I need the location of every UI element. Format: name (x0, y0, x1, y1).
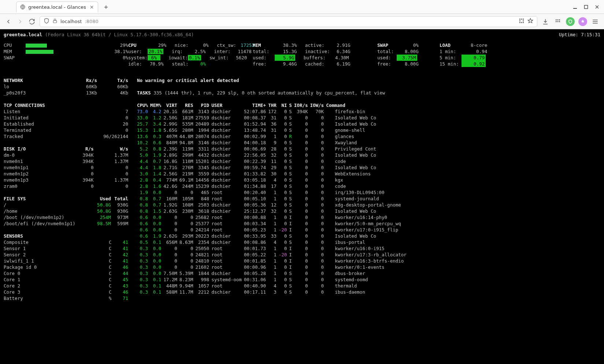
url-bar[interactable]: localhost:8080 (40, 16, 537, 27)
mem-pct2: 38.3% (275, 42, 297, 48)
table-row: zram000 (4, 183, 128, 189)
url-host: localhost (60, 19, 82, 24)
task-row[interactable]: 4.41.82.71G276M3345dschier09:59.74290S00… (137, 164, 409, 171)
qr-icon[interactable] (519, 18, 525, 25)
table-row: Terminated0 (4, 127, 128, 133)
task-row[interactable]: 0.61.92.62G293M20223dschier00:33.95330S0… (137, 233, 409, 239)
task-row[interactable]: 0.80.71.92G108M2503dschier00:05.36120S00… (137, 202, 409, 208)
task-row[interactable]: 3.01.42.56G219M3559dschier01:33.82300S00… (137, 171, 409, 177)
task-row[interactable]: 0.50.1656M8.63M2354dschier00:08.8640S00i… (137, 239, 409, 245)
mem-cached: 6.19G (330, 61, 351, 67)
task-row[interactable]: 0.30.00025050root00:01.7310I00kworker/u1… (137, 245, 409, 252)
window-minimize-button[interactable] (570, 2, 580, 12)
reload-button[interactable] (28, 18, 36, 26)
browser-tab[interactable]: greentea.local - Glances × (16, 1, 98, 12)
task-header-iors: IOR/s (294, 102, 310, 108)
task-row[interactable]: 1.90.000465root00:20.4010S00irq/130-DLL0… (137, 189, 409, 196)
table-row: Core 2C43 (4, 283, 128, 289)
task-row[interactable]: 4.40.716.8G110M15201dschier00:22.39110S0… (137, 158, 409, 164)
task-row[interactable]: 5.01.92.89G299M4432dschier22:56.05320S00… (137, 152, 409, 158)
task-row[interactable]: 10.20.6840M94.8M3146dschier04:00.1890S00… (137, 140, 409, 146)
table-row: Core 3C46 (4, 289, 128, 295)
lock-icon[interactable] (52, 18, 58, 25)
menu-button[interactable] (591, 17, 600, 26)
forward-button[interactable] (16, 18, 24, 26)
task-row[interactable]: 73.04.220.1G661M3143dschier52:07.861720S… (137, 108, 409, 115)
svg-rect-17 (559, 21, 560, 22)
table-row: Core 1C45 (4, 276, 128, 283)
task-header-time: TIME+ (244, 102, 268, 108)
table-row: /50.8G930G (4, 202, 128, 208)
downloads-button[interactable] (541, 17, 550, 26)
svg-rect-5 (521, 19, 522, 20)
cpu-irq: 2.5% (191, 48, 206, 55)
mem-total: 15.3G (275, 48, 297, 55)
addon-purple-icon[interactable] (578, 17, 587, 26)
task-row[interactable]: 2.81.642.6G244M15239dschier01:34.88170S0… (137, 183, 409, 189)
cpu-idle: 70.9% (148, 61, 164, 67)
table-row: dm-0394K1.37M (4, 152, 128, 158)
task-row[interactable]: 0.30.07.50M5.39M1844dschier00:05.2810S00… (137, 270, 409, 276)
table-row: Listen7 (4, 108, 128, 115)
cpu-ctxsw: 17253 (236, 42, 255, 48)
addon-green-icon[interactable] (566, 17, 575, 26)
task-row[interactable]: 2.80.4774M69.1M14456dschier03:05.1840S00… (137, 177, 409, 183)
task-header-res: RES (179, 102, 196, 108)
sensors-table: SENSORS CompositeC41Sensor 1C41Sensor 2C… (4, 233, 128, 301)
task-row[interactable]: 13.60.3407M44.8M28074dschier00:02.9910R0… (137, 133, 409, 140)
tab-title: greentea.local - Glances (28, 4, 86, 10)
new-tab-button[interactable]: + (102, 3, 111, 11)
task-row[interactable]: 0.60.00025377root00:03.3410I00kworker/5:… (137, 220, 409, 227)
task-header-iows: IOW/s (310, 102, 326, 108)
task-row[interactable]: 0.30.00024821root00:05.221-20I00kworker/… (137, 252, 409, 258)
mem-bar (26, 50, 53, 54)
table-row: Initiated0 (4, 115, 128, 121)
network-table: NETWORKRx/sTx/s lo60Kb60Kb_p0s20f313Kb4K… (4, 77, 128, 96)
cpu-pct: 29% (47, 42, 128, 48)
task-row[interactable]: 0.30.1448M9.94M1057root00:40.9040S00ther… (137, 283, 409, 289)
swap-total: 8.00G (397, 48, 419, 55)
cpu-swint: 5620 (229, 55, 247, 61)
table-row: Sensor 1C41 (4, 245, 128, 252)
task-row[interactable]: 0.81.52.63G230M3618dschier25:12.37320S00… (137, 208, 409, 214)
cpu-inter: 11478 (233, 48, 252, 55)
close-tab-icon[interactable]: × (90, 4, 94, 10)
url-port: :8080 (85, 19, 98, 24)
table-row: /boot (/dev/nvme0n1p2)254M973M (4, 214, 128, 220)
alert-line: No warning or critical alert detected (137, 77, 600, 83)
back-button[interactable] (4, 18, 12, 26)
table-row: Package id 0C46 (4, 264, 128, 270)
task-row[interactable]: 33.01.22.50G181M27559dschier00:08.37310S… (137, 115, 409, 121)
cpu-nice: 0% (194, 42, 208, 48)
task-row[interactable]: 0.30.00021602root00:00.9610I00kworker/0:… (137, 264, 409, 270)
swap-free: 8.00G (397, 61, 419, 67)
uptime: Uptime: 7:15:31 (559, 31, 600, 38)
shield-icon[interactable] (44, 18, 49, 25)
task-header-cpu: CPU% (137, 102, 150, 108)
task-row[interactable]: 0.80.7160M105M848root00:05.1010S00system… (137, 196, 409, 202)
table-row: /home50.8G930G (4, 208, 128, 214)
task-row[interactable]: 0.30.00024810root00:01.8510I00kworker/u1… (137, 258, 409, 264)
task-row[interactable]: 5.20.82.39G119M3311dschier00:06.69280S00… (137, 146, 409, 152)
cpu-steal: 0% (191, 61, 206, 67)
task-row[interactable]: 0.60.00024214root00:05.231-20I00kworker/… (137, 227, 409, 233)
task-row[interactable]: 0.60.00025682root00:00.8810I00kworker/u1… (137, 214, 409, 220)
task-row[interactable]: 0.30.1588M11.7M2212dschier00:17.1130S00i… (137, 289, 409, 295)
mem-free: 9.46G (275, 61, 297, 67)
table-row: CompositeC41 (4, 239, 128, 245)
mem-inactive: 6.34G (330, 48, 351, 55)
glances-page: greentea.local (Fedora Linux 36 64bit / … (0, 29, 604, 364)
task-row[interactable]: 25.73.42.99G535M20489dschier01:52.94360S… (137, 121, 409, 127)
table-row: iwlwifi_1 1C41 (4, 258, 128, 264)
window-maximize-button[interactable] (581, 2, 591, 12)
extensions-button[interactable] (553, 17, 562, 26)
task-row[interactable]: 0.30.117.2M8.23M998systemd-oom00:31.0610… (137, 276, 409, 283)
svg-rect-1 (573, 8, 577, 9)
task-row[interactable]: 15.31.85.65G280M1994dschier13:48.74310S0… (137, 127, 409, 133)
window-close-button[interactable] (592, 2, 602, 12)
bookmark-icon[interactable] (527, 18, 533, 25)
table-row: _p0s20f313Kb4Kb (4, 90, 128, 96)
svg-rect-2 (585, 5, 588, 8)
svg-rect-7 (519, 21, 520, 22)
table-row: Battery%71 (4, 295, 128, 301)
